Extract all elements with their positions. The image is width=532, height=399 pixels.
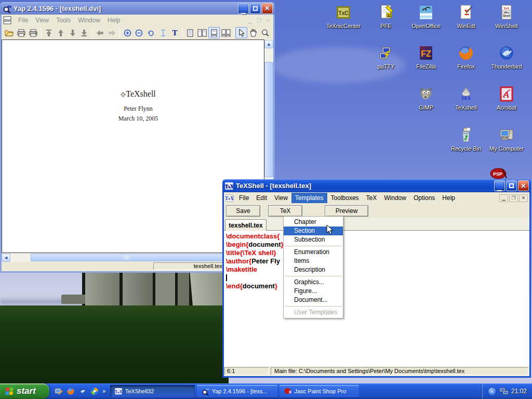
- refresh-icon[interactable]: [145, 27, 157, 38]
- svg-text:FZ: FZ: [421, 49, 431, 58]
- code-editor[interactable]: \documentclass{ \begin{document} \title{…: [224, 231, 529, 366]
- hand-tool-icon[interactable]: [247, 27, 259, 38]
- last-page-icon[interactable]: [78, 27, 90, 38]
- desktop-icon-recycle-bin[interactable]: Recycle Bin: [446, 127, 486, 153]
- desktop-icon-texniccenter[interactable]: TxC TeXnicCenter: [323, 4, 364, 30]
- previous-page-icon[interactable]: [55, 27, 66, 38]
- texshell-maximize-button[interactable]: [506, 180, 517, 191]
- yap-close-button[interactable]: ✕: [262, 3, 273, 14]
- print-page-icon[interactable]: [28, 27, 39, 38]
- zoom-out-icon[interactable]: [133, 27, 145, 38]
- yap-minimize-button[interactable]: ▁: [238, 3, 249, 14]
- next-page-icon[interactable]: [66, 27, 78, 38]
- desktop-icon-texshell[interactable]: TEX TeXshell: [446, 86, 486, 112]
- yap-menu-view[interactable]: View: [32, 15, 52, 25]
- yap-menu-file[interactable]: File: [15, 15, 32, 25]
- desktop-icon-winshell[interactable]: TeXWinShell WinShell: [486, 4, 527, 30]
- menu-edit[interactable]: Edit: [252, 193, 271, 203]
- texshell-task-icon: TeX: [115, 388, 123, 395]
- firefox-quicklaunch-icon[interactable]: [66, 387, 75, 395]
- taskbar-task-texshell32[interactable]: TeX TeXShell32: [110, 385, 195, 397]
- menu-help[interactable]: Help: [438, 193, 459, 203]
- scroll-up-arrow[interactable]: ▲: [264, 40, 273, 48]
- desktop-icon-my-computer[interactable]: My Computer: [486, 127, 527, 153]
- menu-item-description[interactable]: Description: [284, 265, 343, 274]
- texshell-window-title: TeXShell - [texshell.tex]: [236, 182, 493, 190]
- quick-launch-overflow-chevron[interactable]: »: [102, 388, 106, 395]
- tab-texshell-tex[interactable]: texshell.tex: [225, 219, 267, 231]
- continuous-view-icon[interactable]: [208, 27, 220, 38]
- taskbar-clock[interactable]: 21:02: [511, 388, 527, 395]
- desktop-icon-gimp[interactable]: GIMP: [406, 86, 446, 112]
- yap-vscroll-thumb[interactable]: [264, 62, 273, 177]
- desktop-icon-firefox[interactable]: Firefox: [446, 45, 486, 71]
- first-page-icon[interactable]: [43, 27, 55, 38]
- desktop-icon-winedt[interactable]: Σ WinEdt: [446, 4, 486, 30]
- desktop-icon-openoffice[interactable]: OpenOffice: [406, 4, 446, 30]
- menu-item-chapter[interactable]: Chapter: [284, 218, 343, 227]
- yap-maximize-button[interactable]: [250, 3, 261, 14]
- texshell-titlebar[interactable]: TeX TeXShell - [texshell.tex] ▁ ✕: [222, 179, 531, 192]
- scroll-left-arrow[interactable]: ◄: [2, 254, 10, 262]
- open-icon[interactable]: [4, 27, 16, 38]
- menu-item-subsection[interactable]: Subsection: [284, 235, 343, 244]
- start-button[interactable]: start: [0, 383, 49, 399]
- svg-text:dvi: dvi: [206, 388, 209, 391]
- thunderbird-quicklaunch-icon[interactable]: [78, 387, 87, 395]
- continuous-facing-view-icon[interactable]: [220, 27, 232, 38]
- desktop-icon-acrobat[interactable]: A Acrobat: [486, 86, 527, 112]
- texshell-minimize-button[interactable]: ▁: [494, 180, 505, 191]
- save-button[interactable]: Save: [226, 205, 260, 217]
- texshell-window: TeX TeXShell - [texshell.tex] ▁ ✕ TeX Fi…: [222, 179, 531, 378]
- yap-menu-help[interactable]: Help: [104, 15, 124, 25]
- magnifier-tool-icon[interactable]: [259, 27, 271, 38]
- tray-collapse-button[interactable]: ‹: [488, 387, 497, 396]
- forward-icon[interactable]: [106, 27, 118, 38]
- desktop-icon-thunderbird[interactable]: Thunderbird: [486, 45, 527, 71]
- menu-templates[interactable]: Templates: [291, 193, 327, 203]
- mdi-restore-button[interactable]: ❐: [509, 194, 518, 202]
- show-desktop-icon[interactable]: [55, 387, 63, 395]
- yap-hscroll-thumb[interactable]: [31, 254, 223, 261]
- svg-text:TeX: TeX: [225, 183, 234, 189]
- menu-tex[interactable]: TeX: [363, 193, 381, 203]
- yap-menu-tools[interactable]: Tools: [52, 15, 74, 25]
- menu-options[interactable]: Options: [410, 193, 438, 203]
- menu-item-items[interactable]: Items: [284, 257, 343, 265]
- menu-toolboxes[interactable]: Toolboxes: [327, 193, 363, 203]
- mdi-minimize-button[interactable]: ▁: [499, 194, 508, 202]
- back-icon[interactable]: [94, 27, 106, 38]
- menu-item-figure[interactable]: Figure...: [284, 287, 343, 296]
- menu-view[interactable]: View: [271, 193, 291, 203]
- menu-window[interactable]: Window: [380, 193, 410, 203]
- desktop-icon-filezilla[interactable]: FZ FileZilla: [406, 45, 446, 71]
- menu-item-section[interactable]: Section: [284, 227, 343, 235]
- double-page-view-icon[interactable]: [196, 27, 208, 38]
- taskbar-task-paintshoppro[interactable]: 8 Jasc Paint Shop Pro: [280, 385, 359, 397]
- single-page-view-icon[interactable]: [184, 27, 196, 38]
- menu-file[interactable]: File: [235, 193, 252, 203]
- icon-label: Recycle Bin: [451, 145, 481, 152]
- menu-item-document[interactable]: Document...: [284, 296, 343, 304]
- menu-item-enumeration[interactable]: Enumeration: [284, 248, 343, 257]
- putty-icon: [378, 45, 394, 61]
- desktop-icon-paintshoppro[interactable]: PSP: [489, 167, 509, 180]
- network-status-icon[interactable]: [499, 387, 509, 395]
- texshell-close-button[interactable]: ✕: [518, 180, 529, 191]
- desktop-icon-pfe[interactable]: 32 PFE: [366, 4, 406, 30]
- yap-menu-window[interactable]: Window: [74, 15, 104, 25]
- media-player-icon[interactable]: [90, 387, 99, 395]
- desktop-icon-putty[interactable]: puTTY: [366, 45, 406, 71]
- text-mode-icon[interactable]: T: [169, 27, 181, 38]
- select-tool-icon[interactable]: [235, 27, 247, 38]
- zoom-in-icon[interactable]: [122, 27, 134, 38]
- mdi-close-button[interactable]: ✕: [519, 194, 528, 202]
- yap-titlebar[interactable]: dvi Yap 2.4.1596 - [texshell.dvi] ▁ ✕: [0, 2, 275, 15]
- menu-item-graphics[interactable]: Graphics...: [284, 278, 343, 287]
- preview-button[interactable]: Preview: [325, 205, 368, 217]
- code-line-7: \end{document}: [226, 282, 529, 290]
- print-icon[interactable]: [16, 27, 28, 38]
- edit-cursor-icon[interactable]: [157, 27, 169, 38]
- taskbar-task-yap[interactable]: dvi Yap 2.4.1596 - [texs...: [197, 385, 277, 397]
- tex-button[interactable]: TeX: [268, 205, 302, 217]
